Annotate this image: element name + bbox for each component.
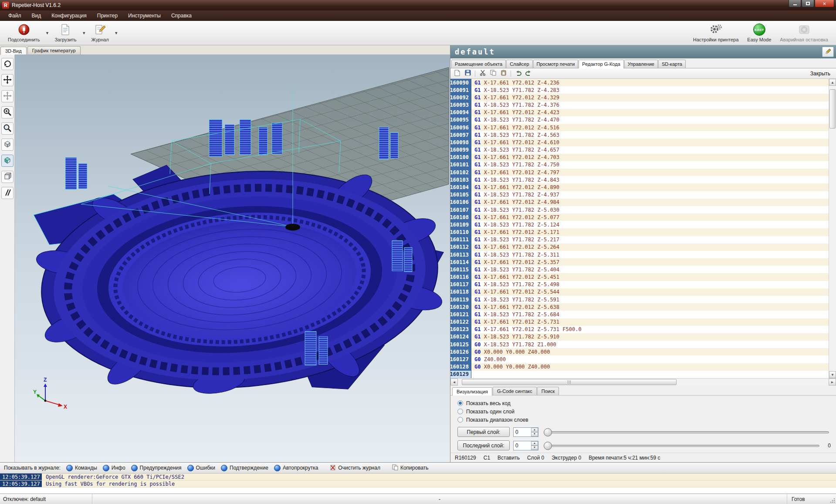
zoom-in-button[interactable] — [1, 106, 14, 118]
gcode-line[interactable]: 160094G1 X-17.661 Y72.012 Z-4.423 — [450, 109, 829, 116]
printer-tab[interactable]: Редактор G-Кода — [579, 60, 623, 68]
scroll-right-arrow[interactable]: ► — [829, 379, 836, 386]
gcode-line[interactable]: 160114G1 X-17.661 Y72.012 Z-5.357 — [450, 258, 829, 266]
close-editor-link[interactable]: Закрыть — [810, 71, 834, 77]
gcode-line[interactable]: 160103G1 X-18.523 Y71.782 Z-4.843 — [450, 176, 829, 183]
last-layer-slider-handle[interactable] — [544, 442, 552, 450]
gcode-line[interactable]: 160102G1 X-17.661 Y72.012 Z-4.797 — [450, 169, 829, 176]
first-layer-up-arrow[interactable]: ▲ — [531, 428, 538, 432]
redo-button[interactable] — [524, 69, 533, 78]
gcode-line[interactable]: 160111G1 X-18.523 Y71.782 Z-5.217 — [450, 236, 829, 244]
editor-subtab[interactable]: Визуализация — [452, 387, 492, 396]
3d-viewport[interactable]: Z X Y — [15, 54, 450, 462]
visualization-radio[interactable]: Показать один слой — [457, 407, 831, 416]
printer-tab[interactable]: Слайсер — [506, 60, 532, 68]
printer-tab[interactable]: SD-карта — [658, 60, 686, 68]
gcode-line[interactable]: 160090G1 X-17.661 Y72.012 Z-4.236 — [450, 79, 829, 86]
pan-view-button[interactable] — [1, 74, 14, 86]
copy-log-button[interactable]: Копировать — [392, 464, 429, 472]
log-toggle-button[interactable]: Инфо — [103, 465, 125, 471]
save-button[interactable] — [463, 69, 472, 78]
first-layer-down-arrow[interactable]: ▼ — [531, 432, 538, 436]
view-top-button[interactable] — [1, 139, 14, 151]
editor-vertical-scrollbar[interactable]: ▲ ▼ — [829, 79, 836, 378]
edit-printer-button[interactable] — [822, 47, 834, 57]
gcode-line[interactable]: 160101G1 X-18.523 Y71.782 Z-4.750 — [450, 161, 829, 169]
printer-tab[interactable]: Просмотр печати — [533, 60, 579, 68]
journal-button[interactable]: Журнал — [87, 22, 113, 44]
editor-subtab[interactable]: Поиск — [537, 387, 559, 395]
first-layer-spinner[interactable]: 0 ▲▼ — [513, 427, 538, 437]
scroll-up-arrow[interactable]: ▲ — [829, 79, 836, 86]
gcode-line[interactable]: 160121G1 X-18.523 Y71.782 Z-5.684 — [450, 311, 829, 318]
gcode-line[interactable]: 160105G1 X-18.523 Y71.782 Z-4.937 — [450, 191, 829, 199]
connect-button[interactable]: Подсоединить — [3, 22, 44, 44]
gcode-line[interactable]: 160112G1 X-17.661 Y72.012 Z-5.264 — [450, 244, 829, 251]
gcode-line[interactable]: 160113G1 X-18.523 Y71.782 Z-5.311 — [450, 251, 829, 258]
log-toggle-button[interactable]: Ошибки — [187, 465, 216, 471]
menu-item[interactable]: Справка — [166, 11, 196, 20]
minimize-button[interactable] — [789, 0, 801, 7]
gcode-line[interactable]: 160116G1 X-17.661 Y72.012 Z-5.451 — [450, 273, 829, 281]
visualization-radio[interactable]: Показать весь код — [457, 399, 831, 407]
visualization-radio[interactable]: Показать диапазон слоев — [457, 416, 831, 424]
load-dropdown[interactable]: ▼ — [81, 22, 87, 44]
gcode-line[interactable]: 160120G1 X-17.661 Y72.012 Z-5.638 — [450, 303, 829, 311]
gcode-line[interactable]: 160106G1 X-17.661 Y72.012 Z-4.984 — [450, 199, 829, 206]
horizontal-scroll-thumb[interactable] — [462, 379, 677, 385]
last-layer-spinner[interactable]: 0 ▲▼ — [513, 441, 538, 450]
log-toggle-button[interactable]: Подтверждение — [221, 465, 268, 471]
gcode-line[interactable]: 160126G0 X0.000 Y0.000 Z40.000 — [450, 348, 829, 355]
gcode-line[interactable]: 160107G1 X-18.523 Y71.782 Z-5.030 — [450, 206, 829, 213]
menu-item[interactable]: Файл — [3, 11, 26, 20]
new-file-button[interactable] — [453, 69, 462, 78]
log-toggle-button[interactable]: Автопрокрутка — [274, 465, 318, 471]
gcode-line[interactable]: 160124G1 X-18.523 Y71.782 Z-5.910 — [450, 333, 829, 341]
gcode-line[interactable]: 160122G1 X-17.661 Y72.012 Z-5.731 — [450, 318, 829, 326]
editor-subtab[interactable]: G-Code синтакс — [493, 387, 537, 395]
gcode-line[interactable]: 160125G0 X-18.523 Y71.782 Z1.000 — [450, 341, 829, 348]
clear-log-button[interactable]: Очистить журнал — [330, 464, 380, 472]
gcode-line[interactable]: 160091G1 X-18.523 Y71.782 Z-4.283 — [450, 86, 829, 94]
gcode-line[interactable]: 160098G1 X-17.661 Y72.012 Z-4.610 — [450, 139, 829, 146]
gcode-line[interactable]: 160128G0 X0.000 Y0.000 Z40.000 — [450, 363, 829, 371]
move-object-button[interactable] — [1, 90, 14, 102]
gcode-line[interactable]: 160104G1 X-17.661 Y72.012 Z-4.890 — [450, 183, 829, 191]
gcode-line[interactable]: 160127G0 Z40.000 — [450, 355, 829, 363]
view-front-button[interactable] — [1, 171, 14, 183]
gcode-line[interactable]: 160110G1 X-17.661 Y72.012 Z-5.171 — [450, 228, 829, 236]
editor-horizontal-scrollbar[interactable]: ◄ ► — [450, 378, 836, 386]
last-layer-value[interactable]: 0 — [514, 441, 531, 450]
parallel-projection-button[interactable] — [1, 187, 14, 199]
gcode-editor[interactable]: 160090G1 X-17.661 Y72.012 Z-4.236160091G… — [450, 79, 836, 378]
gcode-line[interactable]: 160096G1 X-17.661 Y72.012 Z-4.516 — [450, 124, 829, 131]
load-button[interactable]: Загрузить — [50, 22, 81, 44]
gcode-line[interactable]: 160119G1 X-18.523 Y71.782 Z-5.591 — [450, 296, 829, 303]
gcode-line[interactable]: 160115G1 X-18.523 Y71.782 Z-5.404 — [450, 266, 829, 273]
scroll-down-arrow[interactable]: ▼ — [829, 371, 836, 378]
emergency-stop-button[interactable]: Аварийная остановка — [775, 22, 833, 44]
gcode-line[interactable]: 160118G1 X-17.661 Y72.012 Z-5.544 — [450, 288, 829, 296]
vertical-scroll-thumb[interactable] — [829, 89, 836, 129]
first-layer-slider-handle[interactable] — [544, 428, 552, 436]
zoom-view-button[interactable] — [1, 122, 14, 135]
gcode-line[interactable]: 160117G1 X-18.523 Y71.782 Z-5.498 — [450, 281, 829, 288]
last-layer-down-arrow[interactable]: ▼ — [531, 446, 538, 450]
undo-button[interactable] — [514, 69, 523, 78]
gcode-line[interactable]: 160099G1 X-18.523 Y71.782 Z-4.657 — [450, 146, 829, 154]
maximize-button[interactable] — [802, 0, 814, 7]
gcode-line[interactable]: 160092G1 X-17.661 Y72.012 Z-4.329 — [450, 94, 829, 101]
menu-item[interactable]: Инструменты — [123, 11, 166, 20]
cut-button[interactable] — [478, 69, 487, 78]
scroll-left-arrow[interactable]: ◄ — [450, 379, 458, 386]
last-layer-slider[interactable] — [544, 441, 819, 450]
first-layer-slider[interactable] — [544, 428, 829, 436]
close-button[interactable]: × — [815, 0, 834, 7]
gcode-line[interactable]: 160109G1 X-18.523 Y71.782 Z-5.124 — [450, 221, 829, 228]
menu-item[interactable]: Принтер — [92, 11, 122, 20]
log-toggle-button[interactable]: Команды — [66, 465, 97, 471]
gcode-line[interactable]: 160100G1 X-17.661 Y72.012 Z-4.703 — [450, 154, 829, 161]
gcode-line[interactable]: 160095G1 X-18.523 Y71.782 Z-4.470 — [450, 116, 829, 124]
rotate-view-button[interactable] — [1, 58, 14, 70]
first-layer-value[interactable]: 0 — [514, 428, 531, 436]
